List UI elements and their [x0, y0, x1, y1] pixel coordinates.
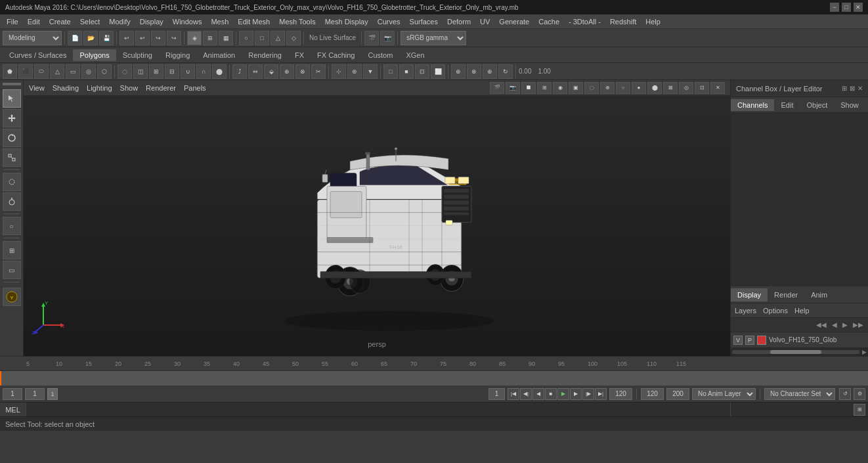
go-end-btn[interactable]: ▶| [595, 388, 607, 400]
tab-fx-caching[interactable]: FX Caching [311, 49, 361, 61]
display-toggle1[interactable]: □ [383, 64, 398, 79]
display-toggle2[interactable]: ■ [399, 64, 414, 79]
vp-icon14[interactable]: ⊡ [695, 82, 709, 94]
display-toggle4[interactable]: ⬜ [431, 64, 445, 79]
scale-tool-btn[interactable] [3, 148, 21, 167]
menu-3dto[interactable]: - 3DtoAll - [565, 16, 605, 27]
snap-tool[interactable]: ⊞ [203, 31, 217, 45]
char-set-dropdown[interactable]: No Character Set [764, 388, 835, 400]
select-tool-btn[interactable] [3, 89, 21, 108]
multi-cut-btn[interactable]: ✂ [311, 64, 326, 79]
play-btn[interactable]: ▶ [557, 388, 569, 400]
layer-arrow2[interactable]: ◀ [830, 320, 839, 330]
workspace-dropdown[interactable]: Modeling [3, 31, 62, 45]
refresh-btn[interactable]: ↺ [839, 388, 851, 400]
menu-surfaces[interactable]: Surfaces [406, 16, 442, 27]
bool-diff[interactable]: ∩ [196, 64, 211, 79]
start-frame-input[interactable] [3, 388, 22, 400]
vp-icon1[interactable]: 🎬 [490, 82, 504, 94]
layer-item[interactable]: V P Volvo_FH16_750_Glob [731, 332, 868, 348]
vp-icon7[interactable]: ◌ [584, 82, 599, 94]
redo-button[interactable]: ↪ [151, 31, 165, 45]
rotate-tool-btn[interactable] [3, 129, 21, 147]
vp-icon6[interactable]: ▣ [569, 82, 583, 94]
current-frame-input[interactable] [25, 388, 45, 400]
insert-loop-btn[interactable]: ⊕ [280, 64, 294, 79]
bool-union[interactable]: ∪ [181, 64, 195, 79]
vp-icon15[interactable]: ✕ [710, 82, 725, 94]
save-button[interactable]: 💾 [99, 31, 114, 45]
shape-btn3[interactable]: △ [271, 31, 285, 45]
menu-edit[interactable]: Edit [24, 16, 44, 27]
menu-generate[interactable]: Generate [495, 16, 533, 27]
render-btn2[interactable]: 📷 [380, 31, 395, 45]
shape-btn4[interactable]: ◇ [286, 31, 301, 45]
layer-visible-btn[interactable]: V [733, 336, 743, 345]
menu-uv[interactable]: UV [476, 16, 494, 27]
range-end-input[interactable] [609, 388, 632, 400]
scroll-right-arrow[interactable]: ▶ [862, 349, 867, 355]
vp-icon13[interactable]: ◎ [679, 82, 693, 94]
poly-torus-btn[interactable]: ◎ [81, 64, 96, 79]
move-tool-btn[interactable] [3, 109, 21, 127]
viewport-content[interactable]: VOLVO [24, 96, 730, 356]
command-input[interactable] [26, 403, 730, 416]
vp-icon2[interactable]: 📷 [506, 82, 520, 94]
range-start-input[interactable] [488, 388, 505, 400]
open-file-button[interactable]: 📂 [83, 31, 98, 45]
tab-sculpting[interactable]: Sculpting [116, 49, 159, 61]
menu-curves[interactable]: Curves [374, 16, 404, 27]
panel-float-icon[interactable]: ⊠ [850, 85, 855, 92]
layer-color-swatch[interactable] [757, 336, 766, 345]
menu-mesh[interactable]: Mesh [207, 16, 232, 27]
shape-btn1[interactable]: ○ [239, 31, 253, 45]
tab-animation[interactable]: Animation [196, 49, 242, 61]
menu-edit-mesh[interactable]: Edit Mesh [234, 16, 274, 27]
display-tab-render[interactable]: Render [768, 288, 804, 301]
undo-button[interactable]: ↩ [119, 31, 134, 45]
timeline-bar[interactable] [0, 371, 868, 386]
minimize-button[interactable]: − [830, 3, 839, 12]
vp-panels-menu[interactable]: Panels [184, 84, 206, 92]
layer-p-btn[interactable]: P [745, 336, 754, 345]
range-max-input[interactable] [641, 388, 664, 400]
display-tab-display[interactable]: Display [731, 288, 768, 301]
vp-icon4[interactable]: ⊞ [537, 82, 552, 94]
transform-btn1[interactable]: ⊕ [451, 64, 466, 79]
menu-deform[interactable]: Deform [443, 16, 475, 27]
scroll-track[interactable] [732, 350, 859, 354]
sep-btn[interactable]: ⊟ [165, 64, 179, 79]
menu-mesh-display[interactable]: Mesh Display [321, 16, 372, 27]
vp-icon10[interactable]: ● [632, 82, 646, 94]
layer-arrow1[interactable]: ◀◀ [814, 320, 829, 330]
undo-button2[interactable]: ↩ [135, 31, 150, 45]
cb-edit-tab[interactable]: Edit [774, 99, 800, 111]
prev-key-btn[interactable]: ◀| [520, 388, 532, 400]
maximize-button[interactable]: □ [842, 3, 851, 12]
playhead[interactable] [0, 371, 1, 386]
layer-scrollbar[interactable]: ▶ [731, 348, 868, 356]
poly-cyl-btn[interactable]: ⬭ [34, 64, 49, 79]
menu-create[interactable]: Create [45, 16, 75, 27]
tab-polygons[interactable]: Polygons [73, 49, 116, 61]
close-button[interactable]: ✕ [854, 3, 863, 12]
poly-plane-btn[interactable]: ▭ [66, 64, 80, 79]
vp-show-menu[interactable]: Show [120, 84, 139, 92]
cmd-icon-btn[interactable]: ⊞ [854, 404, 865, 416]
mirror-btn[interactable]: ◫ [133, 64, 148, 79]
fill-hole[interactable]: ⬤ [212, 64, 227, 79]
poly-cube-btn[interactable]: ⬛ [18, 64, 33, 79]
menu-windows[interactable]: Windows [169, 16, 206, 27]
next-key-btn[interactable]: |▶ [582, 388, 594, 400]
go-start-btn[interactable]: |◀ [508, 388, 519, 400]
marquee-btn[interactable]: ▭ [3, 261, 21, 279]
vp-shading-menu[interactable]: Shading [53, 84, 79, 92]
display-toggle3[interactable]: ⊡ [415, 64, 429, 79]
transform-btn4[interactable]: ↻ [498, 64, 513, 79]
panel-expand-icon[interactable]: ⊞ [842, 85, 847, 92]
tab-fx[interactable]: FX [288, 49, 311, 61]
lasso-tool-btn[interactable] [3, 173, 21, 191]
range-total-input[interactable] [666, 388, 689, 400]
smooth-btn[interactable]: ◌ [118, 64, 132, 79]
vp-icon3[interactable]: 🔲 [521, 82, 536, 94]
